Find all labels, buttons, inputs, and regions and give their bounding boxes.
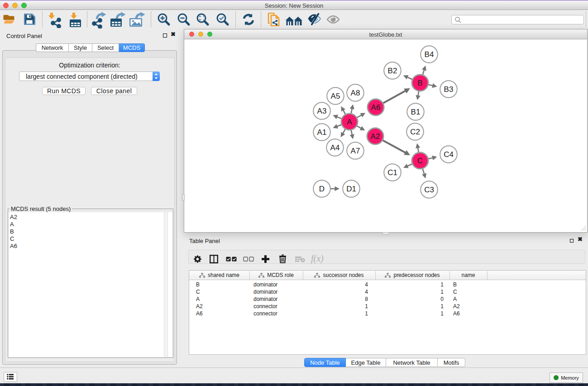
svg-text:A8: A8 [351, 89, 360, 97]
svg-text:C3: C3 [424, 186, 434, 194]
svg-text:B1: B1 [411, 108, 421, 116]
svg-text:A2: A2 [371, 132, 380, 141]
svg-text:B3: B3 [444, 85, 454, 94]
svg-text:A: A [347, 118, 352, 126]
svg-text:C: C [417, 157, 423, 165]
svg-text:A7: A7 [351, 147, 360, 155]
svg-text:D1: D1 [346, 185, 356, 193]
svg-text:A5: A5 [331, 92, 340, 100]
svg-text:C4: C4 [444, 150, 454, 159]
svg-text:C1: C1 [387, 168, 397, 177]
svg-text:B: B [417, 79, 422, 87]
svg-text:B2: B2 [388, 67, 397, 75]
svg-text:A1: A1 [317, 128, 327, 137]
svg-text:D: D [319, 185, 325, 193]
svg-text:B4: B4 [425, 50, 434, 59]
svg-text:A4: A4 [330, 143, 340, 152]
svg-text:C2: C2 [410, 128, 420, 136]
svg-text:A3: A3 [317, 107, 327, 115]
svg-text:A6: A6 [371, 103, 381, 112]
